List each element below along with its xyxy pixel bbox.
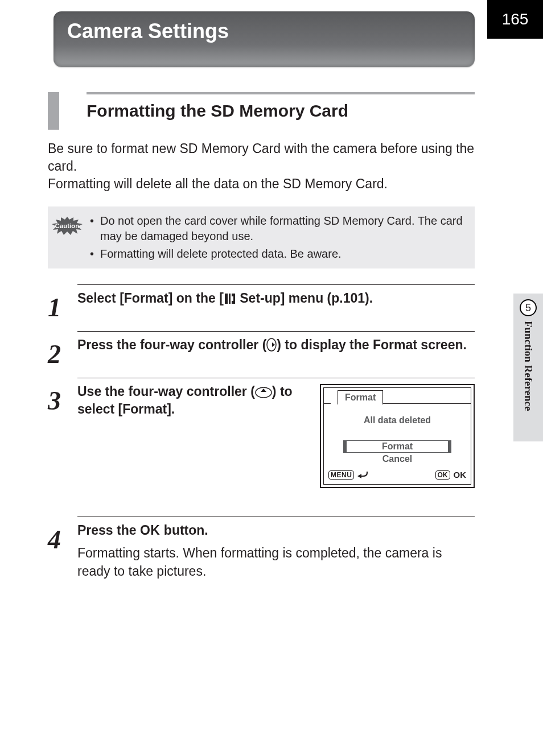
setup-icon <box>224 292 236 305</box>
bullet-icon: • <box>90 246 100 262</box>
lcd-tab: Format <box>338 390 383 404</box>
step-head-before: Use the four-way controller ( <box>77 384 255 399</box>
step-rule <box>77 284 475 285</box>
caution-item-text: Do not open the card cover while formatt… <box>100 213 464 244</box>
caution-item: • Do not open the card cover while forma… <box>90 213 464 244</box>
step-heading: Use the four-way controller () to select… <box>77 383 297 418</box>
step-head-after: ) to display the Format screen. <box>277 337 467 352</box>
step-head-after: button. <box>160 523 208 538</box>
step-rule <box>77 378 475 378</box>
step-number: 4 <box>48 517 77 580</box>
step-heading: Press the OK button. <box>77 522 475 539</box>
svg-marker-8 <box>357 474 361 478</box>
section-heading: Formatting the SD Memory Card <box>87 92 475 130</box>
page-title-bar: Camera Settings <box>54 11 475 67</box>
page-number-text: 165 <box>502 10 529 28</box>
menu-button-icon: MENU <box>328 470 354 480</box>
step-2: 2 Press the four-way controller () to di… <box>48 331 475 367</box>
caution-burst-icon: Caution <box>52 217 83 235</box>
caution-box: Caution • Do not open the card cover whi… <box>48 206 475 268</box>
svg-marker-3 <box>232 294 235 304</box>
caution-item: • Formatting will delete protected data.… <box>90 246 464 262</box>
step-head-before: Select [Format] on the [ <box>77 291 224 305</box>
lcd-menu-indicator: MENU <box>328 470 370 480</box>
bullet-icon: • <box>90 213 100 244</box>
controller-up-icon <box>255 387 272 398</box>
side-tab: 5 Function Reference <box>513 294 543 441</box>
page-title: Camera Settings <box>67 19 229 43</box>
side-tab-label: Function Reference <box>522 321 534 411</box>
step-number: 1 <box>48 284 77 321</box>
svg-marker-7 <box>261 389 266 392</box>
svg-rect-1 <box>225 294 228 304</box>
step-head-before: Press the four-way controller ( <box>77 337 266 352</box>
caution-badge: Caution <box>48 213 87 235</box>
step-1: 1 Select [Format] on the [ Set-up] menu … <box>48 284 475 321</box>
ok-inline-label: OK <box>140 523 161 538</box>
caution-badge-text: Caution <box>55 222 79 229</box>
step-description: Formatting starts. When formatting is co… <box>77 544 475 580</box>
ok-button-icon: OK <box>435 470 450 480</box>
section-accent-bar <box>48 92 59 130</box>
lcd-message: All data deleted <box>324 415 471 425</box>
step-heading: Select [Format] on the [ Set-up] menu (p… <box>77 290 475 307</box>
lcd-screen: Format All data deleted Format Cancel ME… <box>320 384 475 488</box>
step-4: 4 Press the OK button. Formatting starts… <box>48 517 475 580</box>
step-head-before: Press the <box>77 523 140 538</box>
svg-marker-5 <box>272 342 275 347</box>
caution-item-text: Formatting will delete protected data. B… <box>100 246 464 262</box>
chapter-number: 5 <box>525 302 531 314</box>
intro-text: Be sure to format new SD Memory Card wit… <box>48 140 475 193</box>
step-number: 3 <box>48 378 77 488</box>
lcd-option-format: Format <box>343 440 451 453</box>
return-arrow-icon <box>357 471 370 479</box>
step-number: 2 <box>48 331 77 367</box>
intro-line1: Be sure to format new SD Memory Card wit… <box>48 141 474 173</box>
controller-right-icon <box>266 338 277 352</box>
svg-rect-2 <box>229 294 231 304</box>
step-rule <box>77 517 475 517</box>
step-3: 3 Use the four-way controller () to sele… <box>48 378 475 488</box>
lcd-option-cancel: Cancel <box>324 454 471 464</box>
section-heading-row: Formatting the SD Memory Card <box>48 92 475 130</box>
chapter-circle: 5 <box>520 299 537 316</box>
intro-line2: Formatting will delete all the data on t… <box>48 176 388 191</box>
lcd-ok-label: OK <box>454 470 467 480</box>
step-heading: Press the four-way controller () to disp… <box>77 336 475 354</box>
lcd-ok-indicator: OK OK <box>435 470 467 480</box>
steps: 1 Select [Format] on the [ Set-up] menu … <box>48 284 475 580</box>
step-head-after: Set-up] menu (p.101). <box>236 291 373 305</box>
step-rule <box>77 331 475 332</box>
caution-list: • Do not open the card cover while forma… <box>87 213 464 262</box>
page-number: 165 <box>487 0 543 39</box>
